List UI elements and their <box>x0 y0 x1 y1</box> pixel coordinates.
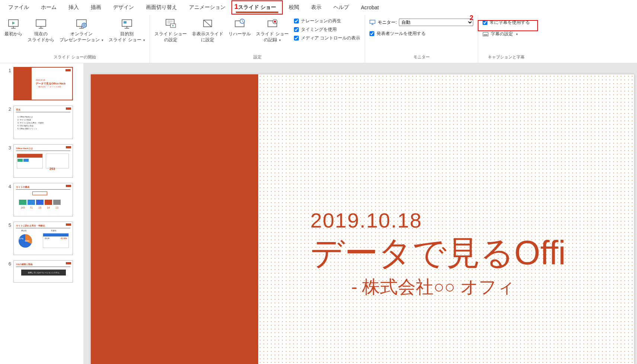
slide-accent-block <box>91 74 258 364</box>
svg-rect-4 <box>36 20 46 26</box>
tab-slideshow[interactable]: スライド ショー <box>231 0 283 15</box>
use-timings-checkbox[interactable]: タイミングを使用 <box>294 26 360 33</box>
checkbox-icon[interactable] <box>294 19 299 23</box>
record-icon <box>266 18 278 30</box>
from-current-button[interactable]: 現在の スライドから <box>25 16 57 44</box>
annotation-1: 1 <box>234 3 238 11</box>
chevron-down-icon: ▾ <box>143 38 145 42</box>
group-captions: 常に字幕を使用する 字幕の設定 ▾ キャプションと字幕 <box>478 15 534 63</box>
slide-subtitle-text[interactable]: - 株式会社○○ オフィ <box>351 275 515 299</box>
annotation-2: 2 <box>470 14 473 22</box>
custom-slideshow-icon <box>121 18 133 30</box>
thumb-number: 5 <box>6 222 11 228</box>
rehearse-button[interactable]: リハーサル <box>226 16 253 39</box>
thumb-number: 1 <box>6 67 11 73</box>
play-current-icon <box>35 18 47 30</box>
svg-rect-30 <box>370 20 375 23</box>
checkbox-icon[interactable] <box>294 27 299 32</box>
slide-thumbnail-5[interactable]: サイトに訪れる男女・年齢比 男女比 年齢比 37% 63% 25-3445.18… <box>13 222 73 255</box>
slide-thumbnail-3[interactable]: Office Hackとは 253 <box>13 144 73 178</box>
record-slideshow-button[interactable]: スライド ショー の記録 ▾ <box>254 16 291 44</box>
checkbox-icon[interactable] <box>294 36 299 41</box>
hide-slide-button[interactable]: 非表示スライド に設定 <box>190 16 225 44</box>
play-narrations-checkbox[interactable]: ナレーションの再生 <box>294 17 360 25</box>
slide-title-text[interactable]: データで見るOffi <box>310 231 566 276</box>
chevron-down-icon: ▾ <box>516 32 518 36</box>
slide-canvas-area[interactable]: 2019.10.18 データで見るOffi - 株式会社○○ オフィ <box>83 63 637 364</box>
svg-rect-34 <box>484 35 487 35</box>
thumb-number: 4 <box>6 183 11 189</box>
monitor-icon <box>369 19 375 25</box>
ribbon-tabbar: ファイル ホーム 挿入 描画 デザイン 画面切り替え アニメーション スライド … <box>0 0 637 15</box>
tab-insert[interactable]: 挿入 <box>63 1 85 14</box>
custom-slideshow-label: 目的別 スライド ショー ▾ <box>109 31 145 43</box>
slide-main[interactable]: 2019.10.18 データで見るOffi - 株式会社○○ オフィ <box>91 74 634 364</box>
monitor-select[interactable]: 自動 <box>399 19 473 26</box>
tab-transitions[interactable]: 画面切り替え <box>140 1 183 14</box>
slide-thumbnail-4[interactable]: サイトの構成 145 71 15 14 13 <box>13 183 73 216</box>
monitor-label: モニター: <box>378 19 397 26</box>
tab-help[interactable]: ヘルプ <box>327 1 355 14</box>
slide-date-text[interactable]: 2019.10.18 <box>310 208 422 232</box>
subtitle-settings-button[interactable]: 字幕の設定 ▾ <box>483 30 530 38</box>
setup-slideshow-label: スライド ショー の設定 <box>154 31 187 43</box>
workspace: 1 2019.10.18 データで見るOffice Hack - 株式会社〇〇 … <box>0 63 637 364</box>
rehearse-icon <box>234 18 246 30</box>
presenter-view-checkbox[interactable]: 発表者ツールを使用する <box>369 30 473 38</box>
group-monitors: モニター: 自動 発表者ツールを使用する モニター <box>365 15 478 63</box>
thumb-number: 6 <box>6 260 11 267</box>
always-subtitles-checkbox[interactable]: 常に字幕を使用する <box>483 19 530 26</box>
group-label-monitors: モニター <box>413 54 430 61</box>
tab-home[interactable]: ホーム <box>35 1 63 14</box>
slide-thumbnail-panel[interactable]: 1 2019.10.18 データで見るOffice Hack - 株式会社〇〇 … <box>0 63 83 364</box>
setup-slideshow-icon <box>165 18 177 30</box>
thumb-row-4[interactable]: 4 サイトの構成 145 71 15 14 <box>0 183 83 216</box>
svg-point-29 <box>274 20 276 23</box>
svg-rect-11 <box>122 20 132 26</box>
rehearse-label: リハーサル <box>228 31 251 37</box>
tab-acrobat[interactable]: Acrobat <box>355 1 385 13</box>
thumb-row-1[interactable]: 1 2019.10.18 データで見るOffice Hack - 株式会社〇〇 … <box>0 67 83 100</box>
checkbox-icon[interactable] <box>369 31 374 36</box>
tab-draw[interactable]: 描画 <box>85 1 107 14</box>
media-controls-checkbox[interactable]: メディア コントロールの表示 <box>294 34 360 42</box>
tab-view[interactable]: 表示 <box>305 1 327 14</box>
from-beginning-label: 最初から <box>4 31 22 37</box>
slide-thumbnail-6[interactable]: OSの種類と割合 使用しているオペレーションシステム <box>13 260 73 283</box>
hide-slide-icon <box>202 18 214 30</box>
thumb-row-5[interactable]: 5 サイトに訪れる男女・年齢比 男女比 年齢比 37% 63% 25-3445.… <box>0 222 83 255</box>
slide-thumbnail-2[interactable]: 目次 1. Office Hackとは 2. サイトの構成 3. サイトに訪れる… <box>13 106 73 139</box>
group-label-captions: キャプションと字幕 <box>488 54 525 61</box>
from-current-label: 現在の スライドから <box>28 31 54 43</box>
group-label-setup: 設定 <box>253 54 262 61</box>
subtitle-settings-icon <box>483 31 489 37</box>
online-presentation-icon <box>76 18 87 30</box>
svg-line-22 <box>204 20 211 27</box>
tab-animations[interactable]: アニメーション <box>183 1 231 14</box>
thumb-row-3[interactable]: 3 Office Hackとは 253 <box>0 144 83 178</box>
svg-marker-1 <box>12 22 15 25</box>
group-setup: スライド ショー の設定 非表示スライド に設定 リハーサル スライド ショー … <box>150 15 365 63</box>
setup-checkboxes: ナレーションの再生 タイミングを使用 メディア コントロールの表示 <box>292 16 362 43</box>
svg-rect-33 <box>483 32 488 36</box>
tab-file[interactable]: ファイル <box>2 1 35 14</box>
setup-slideshow-button[interactable]: スライド ショー の設定 <box>152 16 189 44</box>
chevron-down-icon: ▾ <box>279 38 281 42</box>
hide-slide-label: 非表示スライド に設定 <box>192 31 223 43</box>
group-label-start: スライド ショーの開始 <box>54 54 96 61</box>
custom-slideshow-button[interactable]: 目的別 スライド ショー ▾ <box>106 16 147 44</box>
tab-review[interactable]: 校閲 <box>283 1 305 14</box>
thumb-row-2[interactable]: 2 目次 1. Office Hackとは 2. サイトの構成 3. サイトに訪… <box>0 106 83 139</box>
thumb-number: 2 <box>6 106 11 112</box>
group-start-slideshow: 最初から 現在の スライドから オンライン プレゼンテーション ▾ 目的別 スラ… <box>0 15 150 63</box>
play-slide-icon <box>7 18 19 30</box>
checkbox-icon[interactable] <box>483 20 487 25</box>
online-presentation-button[interactable]: オンライン プレゼンテーション ▾ <box>57 16 106 44</box>
thumb-row-6[interactable]: 6 OSの種類と割合 使用しているオペレーションシステム <box>0 260 83 283</box>
thumb-number: 3 <box>6 144 11 151</box>
from-beginning-button[interactable]: 最初から <box>2 16 25 39</box>
tab-design[interactable]: デザイン <box>107 1 140 14</box>
slide-thumbnail-1[interactable]: 2019.10.18 データで見るOffice Hack - 株式会社〇〇 オフ… <box>13 67 73 100</box>
monitor-row: モニター: 自動 <box>369 19 473 26</box>
online-presentation-label: オンライン プレゼンテーション ▾ <box>60 31 103 43</box>
